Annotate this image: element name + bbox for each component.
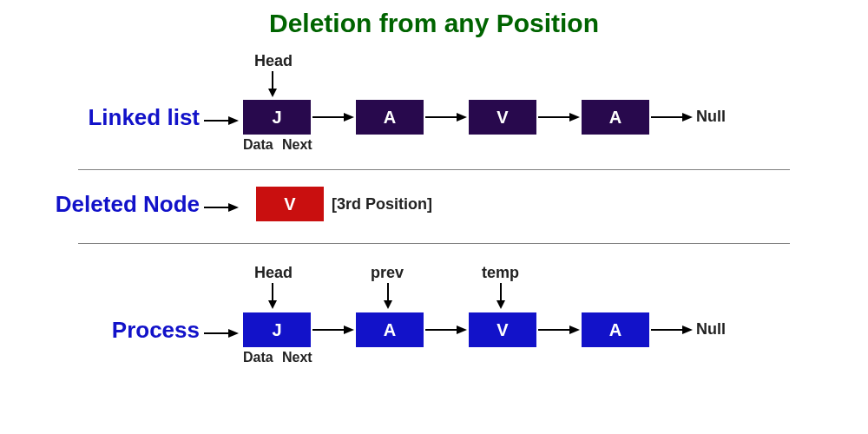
row3-next-sublabel: Next	[282, 350, 312, 365]
svg-marker-25	[457, 326, 467, 334]
row2-label: Deleted Node	[26, 191, 200, 218]
row1-node-3: A	[582, 100, 649, 135]
row3-head-label: Head	[254, 264, 293, 282]
arrow-down-icon	[272, 283, 273, 309]
row3-node-1: A	[356, 312, 424, 347]
arrow-right-icon	[651, 113, 693, 122]
arrow-right-icon	[204, 329, 239, 338]
row3-node-2: V	[469, 312, 536, 347]
row3-label: Process	[26, 317, 200, 344]
svg-marker-5	[344, 113, 354, 122]
arrow-down-icon	[272, 71, 273, 97]
svg-marker-29	[682, 326, 693, 334]
svg-marker-27	[569, 326, 580, 334]
svg-marker-19	[496, 300, 505, 309]
svg-marker-9	[569, 113, 580, 122]
svg-marker-17	[384, 300, 392, 309]
arrow-right-icon	[651, 326, 693, 334]
row2-position-note: [3rd Position]	[332, 195, 432, 214]
arrow-down-icon	[500, 283, 502, 309]
row3-temp-label: temp	[482, 264, 519, 282]
arrow-right-icon	[312, 326, 354, 334]
svg-marker-13	[228, 203, 239, 212]
svg-marker-3	[228, 116, 239, 125]
divider-1	[78, 169, 790, 170]
row1-null-label: Null	[696, 108, 726, 126]
row2-deleted-node: V	[256, 187, 324, 221]
row3-data-sublabel: Data	[243, 350, 273, 365]
row1-head-label: Head	[254, 52, 293, 70]
row3-null-label: Null	[696, 320, 726, 339]
row3-node-3: A	[582, 312, 649, 347]
arrow-right-icon	[312, 113, 354, 122]
svg-marker-15	[268, 300, 277, 309]
svg-marker-23	[344, 326, 354, 334]
row1-node-1: A	[356, 100, 424, 135]
row1-node-2: V	[469, 100, 536, 135]
divider-2	[78, 243, 790, 244]
arrow-right-icon	[425, 113, 467, 122]
row3-prev-label: prev	[371, 264, 404, 282]
arrow-right-icon	[538, 113, 580, 122]
row1-data-sublabel: Data	[243, 137, 273, 153]
svg-marker-7	[457, 113, 467, 122]
arrow-right-icon	[538, 326, 580, 334]
diagram-title: Deletion from any Position	[0, 9, 868, 38]
row1-node-0: J	[243, 100, 311, 135]
arrow-right-icon	[425, 326, 467, 334]
arrow-right-icon	[204, 203, 239, 212]
row1-label: Linked list	[26, 104, 200, 131]
svg-marker-1	[268, 89, 277, 97]
arrow-down-icon	[387, 283, 389, 309]
svg-marker-21	[228, 329, 239, 338]
arrow-right-icon	[204, 116, 239, 125]
row1-next-sublabel: Next	[282, 137, 312, 153]
row3-node-0: J	[243, 312, 311, 347]
svg-marker-11	[682, 113, 693, 122]
